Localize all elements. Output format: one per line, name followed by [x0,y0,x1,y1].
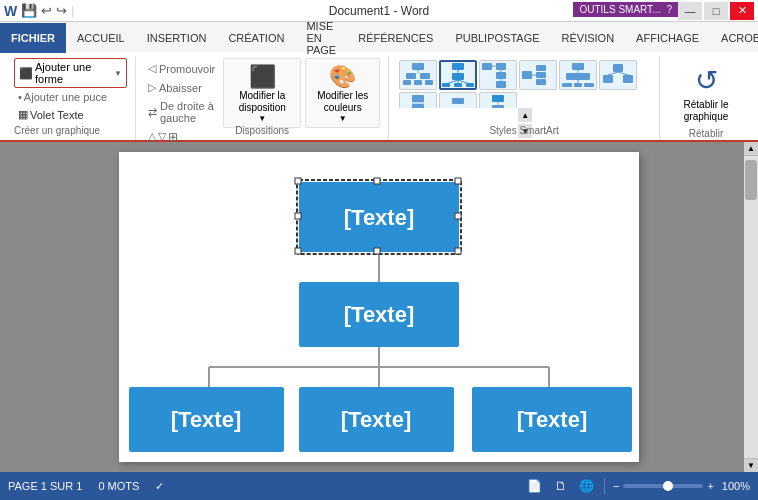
modifier-group: ⬛ Modifier la disposition ▼ [223,58,301,128]
group-styles-label: Styles SmartArt [389,125,659,138]
zoom-in-button[interactable]: + [707,480,713,492]
svg-rect-52 [492,95,504,102]
smartart-style-3[interactable] [479,60,517,90]
zoom-slider[interactable] [623,484,703,488]
svg-rect-48 [452,98,464,104]
ajouter-puce-label: Ajouter une puce [24,91,107,103]
close-button[interactable]: ✕ [730,2,754,20]
view-web-icon[interactable]: 🌐 [578,477,596,495]
scrollbar-up-button[interactable]: ▲ [744,142,758,156]
outils-smart-label: OUTILS SMART... [579,4,660,15]
smartart-style-6[interactable] [599,60,637,90]
svg-rect-0 [412,63,424,70]
bullet-icon: • [18,91,22,103]
styles-smartart-content [397,58,651,108]
retablir-label: Rétablir le graphique [676,99,736,123]
scrollbar-down-button[interactable]: ▼ [744,458,758,472]
droite-gauche-label: De droite à gauche [160,100,215,124]
smartart-style-8[interactable] [439,92,477,108]
svg-rect-11 [452,73,464,80]
modifier-couleurs-icon: 🎨 [329,64,356,90]
svg-rect-73 [455,178,461,184]
page-info-text: PAGE 1 SUR 1 [8,480,82,492]
svg-rect-76 [374,178,380,184]
group-retablir-label: Rétablir [689,128,723,141]
svg-rect-72 [295,178,301,184]
modifier-disposition-button[interactable]: ⬛ Modifier la disposition ▼ [223,58,301,128]
volet-texte-label: Volet Texte [30,109,84,121]
panel-icon: ▦ [18,108,28,121]
svg-rect-78 [295,213,301,219]
view-read-icon[interactable]: 📄 [526,477,544,495]
question-icon[interactable]: ? [666,4,672,15]
document-page: [Texte] [Texte] [Texte] [Texte] [Texte] [119,152,639,462]
title-bar: W 💾 ↩ ↪ | Document1 - Word OUTILS SMART.… [0,0,758,22]
smartart-style-4[interactable] [519,60,557,90]
zoom-container: − + [613,480,714,492]
redo-icon[interactable]: ↪ [56,3,67,18]
svg-rect-74 [295,248,301,254]
tab-creation[interactable]: CRÉATION [217,23,295,53]
svg-rect-31 [572,63,584,70]
quick-access-toolbar: W 💾 ↩ ↪ | [4,3,74,19]
svg-rect-45 [412,104,424,108]
modifier-couleurs-dropdown: ▼ [339,114,347,123]
retablir-button[interactable]: ↺ Rétablir le graphique [668,58,744,128]
save-icon[interactable]: 💾 [21,3,37,18]
minimize-button[interactable]: — [678,2,702,20]
abaisser-label: Abaisser [159,82,202,94]
retablir-icon: ↺ [695,64,718,97]
styles-scroll-up[interactable]: ▲ [518,108,532,122]
tab-acrobat[interactable]: ACROBAT [710,23,758,53]
svg-rect-77 [374,248,380,254]
smartart-style-2[interactable] [439,60,477,90]
svg-rect-39 [603,75,613,83]
ajouter-forme-button[interactable]: ⬛ Ajouter une forme ▼ [14,58,127,88]
volet-texte-button[interactable]: ▦ Volet Texte [14,106,127,123]
svg-rect-35 [562,83,572,87]
ajouter-puce-button[interactable]: • Ajouter une puce [14,89,127,105]
promouvoir-button[interactable]: ◁ Promouvoir [144,60,219,77]
svg-rect-37 [584,83,594,87]
group-dispositions: ◁ Promouvoir ▷ Abaisser ⇄ De droite à ga… [136,56,389,140]
tab-revision[interactable]: RÉVISION [551,23,626,53]
droite-gauche-icon: ⇄ [148,106,157,119]
modifier-couleurs-button[interactable]: 🎨 Modifier les couleurs ▼ [305,58,380,128]
tab-publipostage[interactable]: PUBLIPOSTAGE [444,23,550,53]
tab-references[interactable]: RÉFÉRENCES [347,23,444,53]
zoom-out-button[interactable]: − [613,480,619,492]
svg-rect-33 [566,73,590,80]
svg-line-42 [618,72,628,75]
modifier-disposition-icon: ⬛ [249,64,276,90]
shape-icon: ⬛ [19,67,33,80]
tab-fichier[interactable]: FICHIER [0,23,66,53]
scrollbar-thumb[interactable] [745,160,757,200]
svg-rect-8 [425,80,433,85]
undo-icon[interactable]: ↩ [41,3,52,18]
word-icon: W [4,3,17,19]
tab-accueil[interactable]: ACCUEIL [66,23,136,53]
creer-graphique-content: ⬛ Ajouter une forme ▼ • Ajouter une puce… [14,58,127,125]
view-layout-icon[interactable]: 🗋 [552,477,570,495]
svg-rect-9 [452,63,464,70]
abaisser-button[interactable]: ▷ Abaisser [144,79,219,96]
modifier-disposition-label: Modifier la disposition [230,90,294,114]
document-check-icon[interactable]: ✓ [155,480,164,493]
tab-insertion[interactable]: INSERTION [136,23,218,53]
vertical-scrollbar: ▲ ▼ [744,142,758,472]
maximize-button[interactable]: □ [704,2,728,20]
smartart-style-5[interactable] [559,60,597,90]
smartart-style-7[interactable] [399,92,437,108]
smartart-svg: [Texte] [Texte] [Texte] [Texte] [Texte] [119,152,639,462]
modifier-disposition-dropdown: ▼ [258,114,266,123]
smartart-style-1[interactable] [399,60,437,90]
tab-affichage[interactable]: AFFICHAGE [625,23,710,53]
tab-misepage[interactable]: MISE EN PAGE [295,23,347,53]
svg-rect-40 [623,75,633,83]
svg-rect-16 [454,83,462,87]
zoom-thumb[interactable] [663,481,673,491]
ajouter-forme-label: Ajouter une forme [35,61,112,85]
droite-gauche-button[interactable]: ⇄ De droite à gauche [144,98,219,126]
smartart-style-9[interactable] [479,92,517,108]
zoom-value[interactable]: 100% [722,480,750,492]
